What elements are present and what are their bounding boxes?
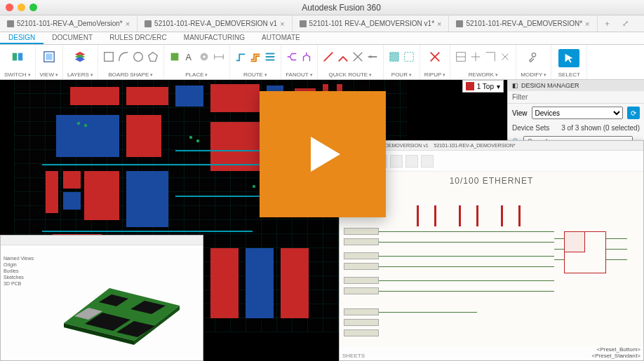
close-icon[interactable]: × (437, 20, 441, 28)
ribbon-label: QUICK ROUTE (329, 71, 373, 78)
inset-3d-window[interactable]: Named Views Origin Bodies Sketches 3D PC… (0, 235, 203, 361)
mini-tool[interactable] (421, 155, 434, 168)
minimize-window-icon[interactable] (18, 4, 25, 11)
tab-label: 52101-101 REV-A_DEMOVERSION v1* (309, 20, 434, 27)
mini-tool[interactable] (390, 155, 403, 168)
view-icon[interactable] (43, 50, 55, 63)
svg-rect-1 (18, 53, 22, 61)
select-button[interactable] (558, 49, 579, 67)
tree-item[interactable]: Sketches (4, 274, 46, 280)
preset-list[interactable]: <Preset_Bottom> <Preset_Standard> (592, 346, 640, 359)
circle-icon[interactable] (132, 50, 145, 63)
fanout-icon[interactable] (286, 50, 298, 63)
rework3-icon[interactable] (484, 50, 497, 63)
tree-item[interactable]: Origin (4, 261, 46, 268)
text-icon[interactable]: A (183, 50, 196, 63)
window-controls[interactable] (6, 4, 37, 11)
route-multi-icon[interactable] (264, 50, 276, 63)
tree-item[interactable]: Bodies (4, 268, 46, 274)
close-icon[interactable]: × (126, 20, 130, 28)
arc-icon[interactable] (117, 50, 130, 63)
ribbon-label: PLACE (185, 71, 208, 78)
wrench-icon[interactable] (528, 50, 540, 63)
play-video-button[interactable] (260, 91, 386, 217)
menu-document[interactable]: DOCUMENT (43, 32, 101, 44)
switch-icon[interactable] (11, 50, 24, 63)
inset-tab[interactable]: 52101-101-REV-A_DEMOVERSION* (434, 143, 516, 148)
ribbon-label: POUR (391, 71, 412, 78)
ribbon-label: REWORK (469, 71, 498, 78)
tree-item[interactable]: Named Views (4, 255, 46, 261)
svg-text:A: A (185, 53, 192, 62)
menu-design[interactable]: DESIGN (0, 32, 43, 44)
ribbon-group-board-shape: BOARD SHAPE (98, 45, 164, 79)
route-diff-icon[interactable] (249, 50, 262, 63)
menu-rules[interactable]: RULES DRC/ERC (101, 32, 175, 44)
outline-icon[interactable] (102, 50, 115, 63)
preset-item[interactable]: <Preset_Bottom> (592, 346, 640, 353)
ribbon-group-view: VIEW (36, 45, 63, 79)
ribbon-group-switch: SWITCH (0, 45, 36, 79)
ribbon-label: SELECT (558, 71, 580, 78)
pour2-icon[interactable] (403, 50, 415, 63)
tab-document[interactable]: 52101-101-REV-A_DEMOVERSION*× (449, 15, 597, 32)
ribbon-group-rework: REWORK (450, 45, 516, 79)
ribbon-label: BOARD SHAPE (108, 71, 153, 78)
route-icon[interactable] (234, 50, 247, 63)
tab-document[interactable]: 52101-101 REV-A_DEMOVERSION v1*× (293, 15, 450, 32)
panel-title: ◧DESIGN MANAGER (508, 80, 644, 91)
tab-document[interactable]: 52101-101-REV-A_DEMOVERSION v1× (137, 15, 293, 32)
layer-selector[interactable]: 1 Top ▾ (462, 80, 504, 93)
rework2-icon[interactable] (469, 50, 482, 63)
mini-tool[interactable] (405, 155, 418, 168)
ribbon-label: FANOUT (286, 71, 312, 78)
close-window-icon[interactable] (6, 4, 13, 11)
ribbon-group-fanout: FANOUT (281, 45, 318, 79)
menu-automate[interactable]: AUTOMATE (253, 32, 309, 44)
qr4-icon[interactable] (366, 50, 379, 63)
view-select[interactable]: Devices (532, 107, 624, 119)
ribbon-group-pour: POUR (384, 45, 420, 79)
menu-manufacturing[interactable]: MANUFACTURING (175, 32, 253, 44)
window-titlebar: Autodesk Fusion 360 (0, 0, 644, 15)
dimension-icon[interactable] (213, 50, 225, 63)
svg-point-8 (134, 53, 143, 62)
maximize-window-icon[interactable] (29, 4, 37, 11)
qr1-icon[interactable] (322, 50, 335, 63)
pour-icon[interactable] (388, 50, 401, 63)
poly-icon[interactable] (147, 50, 159, 63)
tab-label: 52101-101-REV-A_DEMOVERSION* (466, 20, 582, 27)
svg-point-13 (203, 55, 206, 58)
close-icon[interactable]: × (280, 20, 284, 28)
ribbon-label: MODIFY (521, 71, 546, 78)
place-part-icon[interactable] (168, 50, 181, 63)
ribbon-label: VIEW (40, 71, 58, 78)
close-icon[interactable]: × (585, 20, 589, 28)
preset-item[interactable]: <Preset_Standard> (592, 353, 640, 359)
rework4-icon[interactable] (499, 50, 511, 63)
ribbon-label: ROUTE (243, 71, 267, 78)
pcb-icon (145, 20, 152, 27)
ribbon-group-layers: LAYERS (63, 45, 98, 79)
tab-menu-button[interactable]: ⤢ (617, 15, 634, 32)
ripup-icon[interactable] (429, 50, 441, 63)
ribbon-group-select: SELECT (551, 45, 587, 79)
tree-item[interactable]: 3D PCB (4, 280, 46, 287)
inset-titlebar[interactable] (1, 236, 203, 245)
svg-rect-10 (170, 53, 178, 61)
tab-document[interactable]: 52101-101-REV-A_DemoVersion*× (0, 15, 137, 32)
hole-icon[interactable] (198, 50, 210, 63)
layers-icon[interactable] (74, 50, 86, 63)
refresh-button[interactable]: ⟳ (627, 107, 640, 119)
pcb-3d-view[interactable] (50, 257, 190, 348)
filter-label[interactable]: Filter (512, 93, 528, 101)
ribbon-group-modify: MODIFY (516, 45, 551, 79)
qr3-icon[interactable] (351, 50, 364, 63)
fanout2-icon[interactable] (300, 50, 313, 63)
browser-tree[interactable]: Named Views Origin Bodies Sketches 3D PC… (4, 255, 46, 287)
new-tab-button[interactable]: ＋ (598, 15, 617, 32)
sheets-label[interactable]: SHEETS (342, 353, 365, 359)
rework1-icon[interactable] (455, 50, 467, 63)
ribbon-label: SWITCH (4, 71, 31, 78)
qr2-icon[interactable] (337, 50, 349, 63)
